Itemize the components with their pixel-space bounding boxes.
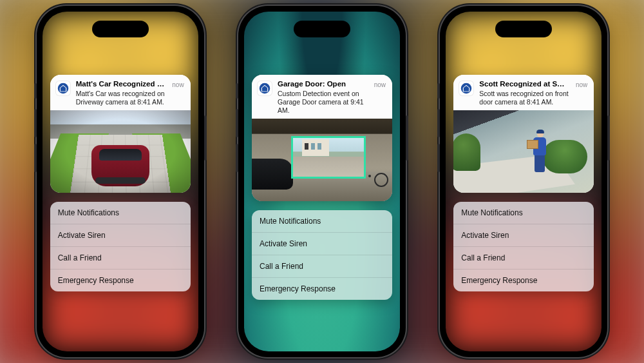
notification-timestamp: now [374, 81, 386, 88]
action-mute[interactable]: Mute Notifications [50, 202, 191, 224]
lock-screen-content: Scott Recognized at Smith Home Scott was… [453, 75, 594, 291]
phone-screen: Scott Recognized at Smith Home Scott was… [446, 12, 601, 351]
notification-title: Matt's Car Recognized at Smith H… [76, 80, 167, 89]
notification-card[interactable]: Scott Recognized at Smith Home Scott was… [453, 75, 594, 193]
phone-row: Matt's Car Recognized at Smith H… Matt's… [0, 0, 644, 363]
action-call[interactable]: Call a Friend [252, 255, 392, 278]
action-call[interactable]: Call a Friend [453, 247, 594, 270]
notification-timestamp: now [576, 81, 587, 88]
app-icon [257, 81, 272, 96]
person-icon [529, 128, 551, 176]
notification-body: Custom Detection event on Garage Door ca… [278, 90, 369, 115]
phone-screen: Garage Door: Open Custom Detection event… [244, 12, 400, 351]
notification-card[interactable]: Garage Door: Open Custom Detection event… [252, 75, 392, 201]
notification-actions: Mute Notifications Activate Siren Call a… [50, 202, 191, 291]
action-emergency[interactable]: Emergency Response [50, 270, 191, 291]
notification-image [252, 119, 392, 201]
volume-button [437, 83, 440, 99]
lock-screen-content: Matt's Car Recognized at Smith H… Matt's… [50, 75, 191, 291]
volume-button [236, 83, 238, 99]
notification-actions: Mute Notifications Activate Siren Call a… [453, 202, 594, 291]
power-button [607, 115, 610, 161]
app-icon [55, 81, 71, 96]
notification-header: Garage Door: Open Custom Detection event… [252, 75, 392, 119]
action-emergency[interactable]: Emergency Response [252, 278, 392, 300]
volume-button [437, 144, 440, 172]
action-siren[interactable]: Activate Siren [252, 233, 392, 255]
notification-body: Scott was recognized on front door camer… [479, 90, 571, 106]
action-siren[interactable]: Activate Siren [50, 224, 191, 247]
phone-garage: Garage Door: Open Custom Detection event… [238, 6, 406, 357]
notification-image [453, 110, 594, 193]
action-call[interactable]: Call a Friend [50, 247, 191, 270]
power-button [204, 115, 207, 161]
notification-image [50, 110, 191, 193]
notification-title: Garage Door: Open [278, 80, 369, 89]
phone-screen: Matt's Car Recognized at Smith H… Matt's… [43, 12, 198, 351]
volume-button [236, 109, 238, 137]
notification-header: Matt's Car Recognized at Smith H… Matt's… [50, 75, 191, 110]
notification-actions: Mute Notifications Activate Siren Call a… [252, 210, 392, 300]
volume-button [34, 144, 37, 172]
app-icon [459, 81, 474, 96]
notification-title: Scott Recognized at Smith Home [479, 80, 571, 89]
volume-button [437, 109, 440, 137]
phone-driveway: Matt's Car Recognized at Smith H… Matt's… [37, 6, 204, 357]
notification-card[interactable]: Matt's Car Recognized at Smith H… Matt's… [50, 75, 191, 193]
lock-screen-content: Garage Door: Open Custom Detection event… [252, 75, 392, 300]
notification-body: Matt's Car was recognized on Driveway ca… [76, 90, 167, 106]
action-emergency[interactable]: Emergency Response [453, 270, 594, 291]
volume-button [34, 109, 37, 137]
action-mute[interactable]: Mute Notifications [252, 210, 392, 233]
action-mute[interactable]: Mute Notifications [453, 202, 594, 224]
notification-timestamp: now [172, 81, 184, 88]
volume-button [34, 83, 37, 99]
phone-frontdoor: Scott Recognized at Smith Home Scott was… [440, 6, 607, 357]
dynamic-island [92, 21, 149, 37]
volume-button [236, 144, 238, 172]
dynamic-island [495, 21, 552, 37]
notification-header: Scott Recognized at Smith Home Scott was… [453, 75, 594, 110]
action-siren[interactable]: Activate Siren [453, 224, 594, 247]
dynamic-island [294, 21, 350, 37]
power-button [406, 115, 408, 161]
